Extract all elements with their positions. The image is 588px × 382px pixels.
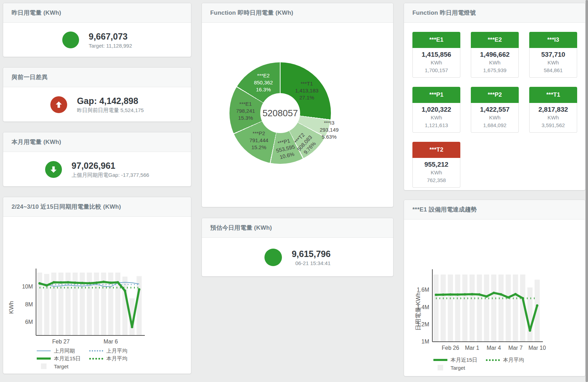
legend-item-上月同期[interactable]: 上月同期 [37,348,89,354]
yesterday-value: 9,667,073 [89,31,132,42]
status-green-circle-icon [264,249,282,266]
compare15-y-axis-label: KWh [8,301,15,314]
tile-target: 584,861 [530,67,577,74]
e1-trend-chart-area: 1M1.2M1.4M1.6MFeb 26Mar 1Mar 4Mar 7Mar 1… [404,220,585,376]
page-scrollbar[interactable] [586,0,588,382]
month-sub: 上個月同期用電Gap: -17,377,566 [72,172,149,179]
tile-body: 955,212KWh762,358 [412,158,460,188]
legend-label: Target [451,365,465,371]
card-day-gap: 與前一日差異 Gap: 4,142,898 昨日與前日用電量 5,524,175 [3,67,191,122]
tile-body: 1,415,856KWh1,700,157 [412,48,460,78]
legend-target-swatch-icon [438,365,443,370]
tile-value: 1,422,557 [471,105,518,114]
card-e1-trend-title: ***E1 設備用電達成趨勢 [412,206,477,214]
legend-line-swatch-icon [486,359,500,361]
column-right: Function 昨日用電燈號 ***E11,415,856KWh1,700,1… [404,3,586,376]
card-day-gap-header: 與前一日差異 [3,68,191,87]
legend-label: Target [54,363,69,369]
status-green-circle-icon [62,32,79,48]
tile-target: 1,700,157 [413,67,460,74]
svg-text:Feb 27: Feb 27 [52,339,70,345]
tile-body: 537,710KWh584,861 [529,48,577,78]
card-realtime-header: Function 即時日用電量 (KWh) [202,3,393,23]
tile-target: 1,684,092 [471,121,518,129]
compare15-chart-area: 6M8M10MFeb 27Mar 6KWh上月同期上月平均本月近15日本月平均T… [3,217,191,374]
status-tile-T1: ***T12,817,832KWh3,591,562 [529,87,577,133]
month-value: 97,026,961 [72,160,149,171]
status-tile-grid: ***E11,415,856KWh1,700,157***E21,496,662… [404,23,585,188]
svg-text:Mar 10: Mar 10 [529,345,546,351]
tile-unit: KWh [530,114,577,121]
tile-unit: KWh [471,114,518,121]
legend-item-Target[interactable]: Target [433,365,486,371]
donut-slice-label-E1: ***E1798,24115.3% [236,100,255,121]
estimate-value: 9,615,796 [292,249,331,259]
yesterday-target: Target: 11,128,992 [89,43,132,49]
card-estimate-today: 預估今日用電量 (KWh) 9,615,796 06-21 15:34:41 [201,218,394,277]
column-left: 昨日用電量 (KWh) 9,667,073 Target: 11,128,992… [3,3,191,374]
yesterday-stat-text: 9,667,073 Target: 11,128,992 [89,31,132,49]
card-yesterday-header: 昨日用電量 (KWh) [3,3,191,23]
estimate-timestamp: 06-21 15:34:41 [292,260,331,266]
tile-body: 1,496,662KWh1,675,939 [471,48,519,78]
tile-name: ***E2 [471,32,519,48]
donut-chart: 5208057***T11,413,18327.1%***I3293,1495.… [202,23,393,207]
realtime-donut-chart: 5208057***T11,413,18327.1%***I3293,1495.… [202,23,393,207]
status-tile-E1: ***E11,415,856KWh1,700,157 [412,32,460,78]
card-lights-body: ***E11,415,856KWh1,700,157***E21,496,662… [404,23,585,190]
tile-name: ***T2 [412,142,460,158]
legend-line-swatch-icon [89,350,103,352]
donut-center-total: 5208057 [262,108,298,119]
day-gap-sub: 昨日與前日用電量 5,524,175 [77,107,144,114]
tile-value: 537,710 [530,50,577,59]
status-tile-P2: ***P21,422,557KWh1,684,092 [471,87,519,133]
tile-name: ***I3 [529,32,577,48]
arrow-up-circle-icon [50,96,67,113]
e1trend-y-axis-label: 日用電量 KWh [414,292,422,331]
status-tile-I3: ***I3537,710KWh584,861 [529,32,577,78]
card-month-body: 97,026,961 上個月同期用電Gap: -17,377,566 [3,152,191,187]
legend-line-swatch-icon [37,350,51,351]
tile-body: 1,422,557KWh1,684,092 [471,103,519,133]
donut-slice-label-I3: ***I3293,1495.63% [320,119,339,140]
svg-text:Mar 1: Mar 1 [465,345,479,351]
card-yesterday-title: 昨日用電量 (KWh) [12,9,61,17]
e1trend-plot: 1M1.2M1.4M1.6MFeb 26Mar 1Mar 4Mar 7Mar 1… [404,220,586,353]
tile-value: 2,817,832 [530,105,577,114]
svg-text:1.6M: 1.6M [417,287,429,293]
e1trend-legend: 本月近15日本月平均Target [433,356,538,371]
legend-line-swatch-icon [89,358,103,360]
card-compare15-chart: 2/24~3/10 近15日同期用電量比較 (KWh) 6M8M10MFeb 2… [3,197,191,374]
legend-item-上月平均[interactable]: 上月平均 [89,348,142,354]
card-month-title: 本月用電量 (KWh) [12,138,61,146]
svg-text:Mar 6: Mar 6 [104,339,118,345]
legend-label: 本月近15日 [451,357,477,363]
card-yesterday-body: 9,667,073 Target: 11,128,992 [3,23,191,57]
card-day-gap-title: 與前一日差異 [12,73,48,81]
legend-item-本月平均[interactable]: 本月平均 [486,357,538,363]
tile-unit: KWh [530,59,577,67]
status-tile-E2: ***E21,496,662KWh1,675,939 [471,32,519,78]
card-yesterday-usage: 昨日用電量 (KWh) 9,667,073 Target: 11,128,992 [3,3,191,57]
dashboard-page: 昨日用電量 (KWh) 9,667,073 Target: 11,128,992… [0,0,588,382]
estimate-stat-text: 9,615,796 06-21 15:34:41 [292,249,331,266]
tile-value: 1,020,322 [413,105,460,114]
status-tile-T2: ***T2955,212KWh762,358 [412,142,460,188]
tile-target: 762,358 [413,176,460,184]
legend-item-本月近15日[interactable]: 本月近15日 [433,357,486,363]
card-lights-title: Function 昨日用電燈號 [412,9,476,17]
legend-label: 上月平均 [106,348,127,354]
column-middle: Function 即時日用電量 (KWh) 5208057***T11,413,… [201,3,394,277]
tile-body: 1,020,322KWh1,121,613 [412,103,460,133]
tile-unit: KWh [413,114,460,121]
legend-label: 本月平均 [106,355,127,362]
svg-text:Mar 7: Mar 7 [508,345,523,351]
legend-item-本月近15日[interactable]: 本月近15日 [37,355,89,362]
card-yesterday-lights: Function 昨日用電燈號 ***E11,415,856KWh1,700,1… [404,3,586,190]
legend-target-swatch-icon [41,363,47,369]
legend-line-swatch-icon [433,359,447,361]
legend-item-本月平均[interactable]: 本月平均 [89,355,142,362]
card-month-usage: 本月用電量 (KWh) 97,026,961 上個月同期用電Gap: -17,3… [3,132,191,187]
card-compare15-title: 2/24~3/10 近15日同期用電量比較 (KWh) [12,203,121,211]
legend-item-Target[interactable]: Target [37,363,89,369]
